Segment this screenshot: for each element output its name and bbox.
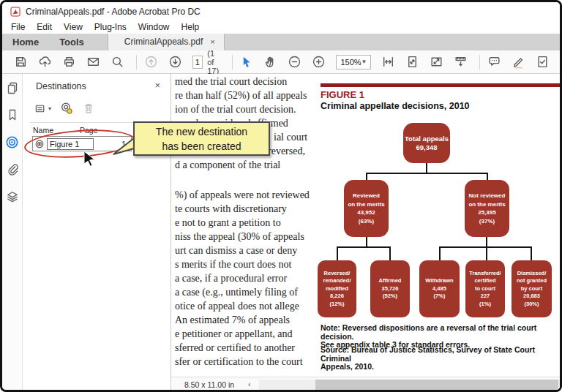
menu-help[interactable]: Help: [176, 22, 206, 32]
save-icon: [14, 55, 28, 69]
figure-source: Source: Bureau of Justice Statistics, Su…: [321, 346, 560, 372]
tree-node-dismissed: Dismissed/ not granted by court 20,683 (…: [512, 260, 552, 317]
body-text-line: med the trial court decision: [175, 76, 287, 88]
body-text-line: a case (e.g., untimely filing of: [175, 287, 298, 298]
ruler-menu-icon: [454, 55, 468, 69]
menu-file[interactable]: File: [5, 22, 31, 32]
tree-node-affirmed: Affirmed 35,726 (52%): [370, 260, 410, 317]
select-tool-button[interactable]: [239, 55, 253, 69]
toolbar-options-button[interactable]: [454, 55, 468, 69]
zoom-out-button[interactable]: [288, 55, 301, 69]
hand-icon: [263, 55, 277, 69]
fit-page-button[interactable]: [405, 55, 419, 69]
tree-connector: [366, 173, 488, 174]
attachments-button[interactable]: [6, 163, 19, 179]
destinations-bullseye-icon: [5, 135, 19, 149]
body-text-line: sfer or certification to the court: [175, 356, 303, 368]
body-text-line: %) of appeals were not reviewed: [175, 189, 310, 201]
new-destination-icon: [60, 102, 73, 115]
email-button[interactable]: [86, 55, 100, 69]
body-text-line: ial court: [274, 132, 307, 143]
highlight-button[interactable]: [512, 55, 525, 69]
page-number-input[interactable]: 1: [192, 56, 203, 69]
tab-tools[interactable]: Tools: [49, 34, 94, 50]
bookmarks-button[interactable]: [6, 108, 19, 124]
horizontal-scrollbar[interactable]: [259, 380, 560, 390]
title-bar: CriminalAppeals.pdf - Adobe Acrobat Pro …: [2, 2, 560, 20]
hand-tool-button[interactable]: [263, 55, 277, 69]
zoom-in-icon: [312, 55, 326, 69]
layers-icon: [6, 190, 19, 203]
status-bar: 8.50 x 11.00 in ‹: [171, 377, 560, 391]
zoom-level-select[interactable]: 150% ▼: [336, 55, 371, 69]
delete-destination-button[interactable]: [82, 102, 95, 115]
tree-node-not-reviewed: Not reviewed on the merits 25,395 (37%): [465, 180, 509, 237]
trash-icon: [82, 102, 95, 115]
destinations-button[interactable]: [5, 135, 19, 152]
tab-close-icon[interactable]: ×: [210, 37, 214, 46]
figure-top-bar: [321, 83, 560, 87]
save-button[interactable]: [14, 55, 28, 69]
toolbar-separator: [232, 55, 233, 69]
tree-node-total-appeals: Total appeals 69,348: [403, 123, 450, 163]
menu-edit[interactable]: Edit: [31, 22, 58, 32]
highlighter-pen-icon: [512, 55, 525, 69]
body-text-line: s merits if the court does not: [175, 259, 291, 271]
scrollbar-thumb[interactable]: [315, 380, 558, 390]
fit-width-button[interactable]: [381, 55, 395, 69]
tab-home[interactable]: Home: [2, 34, 49, 50]
page-down-icon: [168, 55, 182, 69]
body-text-line: a case, if a procedural error: [175, 273, 287, 284]
body-text-line: e not to grant a petition to: [175, 217, 281, 229]
page-thumbnails-button[interactable]: [6, 81, 19, 97]
tree-node-withdrawn: Withdrawn 4,485 (7%): [419, 260, 460, 317]
menu-plugins[interactable]: Plug-Ins: [89, 22, 132, 32]
fullscreen-button[interactable]: [430, 55, 443, 69]
menu-window[interactable]: Window: [132, 22, 176, 32]
layers-button[interactable]: [6, 190, 19, 206]
tree-connector: [389, 246, 391, 260]
bookmark-icon: [6, 108, 19, 121]
tree-connector: [337, 246, 338, 260]
body-text-line: d a component of the trial: [175, 159, 280, 171]
print-icon: [62, 55, 76, 69]
scroll-left-arrow-icon[interactable]: ‹: [248, 380, 251, 388]
panel-options-button[interactable]: ▾: [34, 102, 51, 115]
body-text-line: re than half (52%) of all appeals: [175, 90, 307, 102]
tree-connector: [531, 246, 532, 260]
main-area: Destinations × ▾ Name Page Figure 1 1: [2, 74, 560, 391]
menu-view[interactable]: View: [58, 22, 89, 32]
body-text-line: otice of appeal does not allege: [175, 301, 299, 312]
zoom-level-value: 150%: [340, 58, 361, 67]
select-arrow-icon: [239, 55, 253, 69]
figure-heading: FIGURE 1: [321, 89, 364, 100]
print-button[interactable]: [62, 55, 76, 69]
fit-page-icon: [405, 55, 419, 69]
figure-title: Criminal appellate decisions, 2010: [321, 101, 470, 111]
forms-button[interactable]: [536, 55, 550, 69]
callout-tooltip: The new destination has been created: [133, 121, 270, 156]
page-thumbnails-icon: [6, 81, 19, 94]
acrobat-logo-icon: [10, 7, 20, 17]
toolbar-separator: [136, 55, 137, 69]
next-page-button[interactable]: [168, 55, 182, 69]
panel-close-icon[interactable]: ×: [154, 80, 160, 91]
share-cloud-icon: [38, 55, 52, 69]
previous-page-button[interactable]: [144, 55, 158, 69]
body-text-line: e petitioner or appellant, and: [175, 328, 293, 340]
navigation-pane-strip: [2, 74, 23, 391]
zoom-in-button[interactable]: [312, 55, 326, 69]
new-destination-button[interactable]: [60, 102, 73, 115]
form-check-icon: [536, 55, 550, 69]
search-button[interactable]: [110, 55, 124, 69]
panel-toolbar: ▾: [34, 102, 104, 115]
pdf-page: med the trial court decision re than hal…: [171, 74, 560, 377]
share-button[interactable]: [38, 55, 52, 69]
comment-button[interactable]: [487, 55, 501, 69]
panel-title: Destinations: [36, 81, 86, 91]
menu-bar: File Edit View Plug-Ins Window Help: [2, 20, 560, 34]
email-icon: [86, 55, 100, 69]
callout-tail: [113, 137, 135, 156]
body-text-line: An estimated 7% of appeals: [175, 314, 290, 326]
mouse-cursor-icon: [83, 151, 97, 167]
